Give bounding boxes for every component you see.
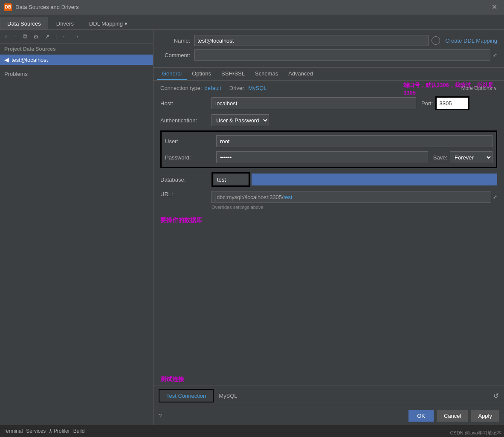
url-db-highlight: test [284,194,293,200]
url-input-wrap: jdbc:mysql://localhost:3305/test ⤢ [211,191,497,203]
save-select[interactable]: Forever Until restart Never [450,151,492,163]
status-tab-services[interactable]: Services [26,428,46,434]
tab-advanced[interactable]: Advanced [283,68,318,80]
tree-item-test-localhost[interactable]: ◀ test@localhost [0,55,153,65]
save-label: Save: [433,154,447,161]
tab-ddl-mapping[interactable]: DDL Mapping ▾ [82,17,135,29]
url-label: URL: [160,191,211,197]
port-group: Port: [421,96,469,110]
password-input[interactable] [216,151,428,163]
user-input[interactable] [216,135,492,147]
refresh-button[interactable]: ↺ [493,392,499,400]
general-content: 端口号，默认3306，我改过，所以是3305 Connection type: … [154,81,504,376]
url-expand-icon[interactable]: ⤢ [493,194,497,200]
tab-ssh-ssl[interactable]: SSH/SSL [216,68,250,80]
name-row: Name: Create DDL Mapping [160,35,497,46]
status-tab-terminal[interactable]: Terminal [3,428,23,434]
status-bar: Terminal Services ⅄ Profiler Build [0,425,504,437]
db-annotation: 要操作的数据库 [160,217,497,224]
inner-tab-bar: General Options SSH/SSL Schemas Advanced [154,68,504,81]
problems-section: Problems [0,68,153,80]
more-options-link[interactable]: More Options ∨ [461,85,497,91]
tab-drivers[interactable]: Drivers [49,17,81,29]
title-bar-text: Data Sources and Drivers [15,4,79,10]
apply-button[interactable]: Apply [471,410,499,422]
expand-icon[interactable]: ⤢ [493,52,497,58]
bottom-toolbar: Test Connection MySQL ↺ [154,385,504,406]
right-panel: Name: Create DDL Mapping Comment: ⤢ Gene… [154,30,504,425]
password-row: Password: Save: Forever Until restart Ne… [165,151,492,163]
test-connection-button[interactable]: Test Connection [159,389,214,402]
back-button[interactable]: ← [61,32,70,41]
driver-link[interactable]: MySQL [248,85,266,91]
host-port-row: Host: Port: [160,96,497,110]
chevron-down-icon: ▾ [125,20,127,27]
user-label: User: [165,138,216,145]
tab-general[interactable]: General [157,68,187,80]
test-annotation: 测试连接 [154,376,504,385]
name-label: Name: [160,38,194,44]
comment-input[interactable] [194,49,490,61]
database-label: Database: [160,177,211,183]
help-button[interactable]: ? [159,413,162,419]
host-label: Host: [160,100,211,107]
remove-button[interactable]: − [12,32,19,41]
project-data-sources-label: Project Data Sources [0,43,153,55]
database-input-box [211,172,250,187]
main-dialog: DB Data Sources and Drivers ✕ Data Sourc… [0,0,504,437]
name-status-circle [432,36,440,45]
url-display[interactable]: jdbc:mysql://localhost:3305/test [211,191,491,203]
left-toolbar: + − ⧉ ⚙ ↗ | ← → [0,30,153,43]
tab-schemas[interactable]: Schemas [250,68,283,80]
top-tab-bar: Data Sources Drivers DDL Mapping ▾ [0,14,504,30]
port-label: Port: [421,100,433,107]
watermark: CSDN @java学习笔记本 [447,429,504,437]
create-ddl-link[interactable]: Create DDL Mapping [445,38,497,44]
toolbar-separator: | [55,33,57,41]
auth-select[interactable]: User & Password No auth SSL [211,114,269,126]
save-group: Save: Forever Until restart Never [433,151,492,163]
auth-label: Authentication: [160,117,211,124]
export-button[interactable]: ↗ [43,32,52,41]
add-button[interactable]: + [3,32,9,41]
database-row: Database: [160,172,497,187]
cancel-button[interactable]: Cancel [437,410,468,422]
duplicate-button[interactable]: ⧉ [21,32,29,41]
overrides-text: Overrides settings above [211,205,497,210]
comment-label: Comment: [160,52,194,58]
ok-button[interactable]: OK [408,410,434,422]
host-input[interactable] [211,97,416,109]
dialog-buttons: ? OK Cancel Apply [154,406,504,425]
datasource-icon: ◀ [4,56,9,63]
database-highlight-area [252,174,497,185]
comment-row: Comment: ⤢ [160,49,497,61]
settings-button[interactable]: ⚙ [32,32,41,41]
connection-type-link[interactable]: default [205,85,221,91]
name-input[interactable] [194,35,429,46]
status-tab-build[interactable]: Build [73,428,85,434]
database-input[interactable] [214,174,248,185]
password-label: Password: [165,154,216,161]
url-row: URL: jdbc:mysql://localhost:3305/test ⤢ [160,191,497,203]
user-row: User: [165,135,492,147]
status-tab-profiler[interactable]: ⅄ Profiler [49,428,70,434]
tab-data-sources[interactable]: Data Sources [0,17,48,29]
auth-row: Authentication: User & Password No auth … [160,114,497,126]
forward-button[interactable]: → [72,32,81,41]
app-icon: DB [4,3,12,11]
user-password-box: User: Password: Save: Forever Until rest… [160,130,497,168]
form-header: Name: Create DDL Mapping Comment: ⤢ [154,30,504,68]
left-panel: + − ⧉ ⚙ ↗ | ← → Project Data Sources ◀ t… [0,30,154,425]
title-bar: DB Data Sources and Drivers ✕ [0,0,504,14]
close-button[interactable]: ✕ [489,2,500,12]
tab-options[interactable]: Options [187,68,216,80]
mysql-label: MySQL [219,393,237,399]
port-input[interactable] [435,96,469,110]
main-content: + − ⧉ ⚙ ↗ | ← → Project Data Sources ◀ t… [0,30,504,425]
